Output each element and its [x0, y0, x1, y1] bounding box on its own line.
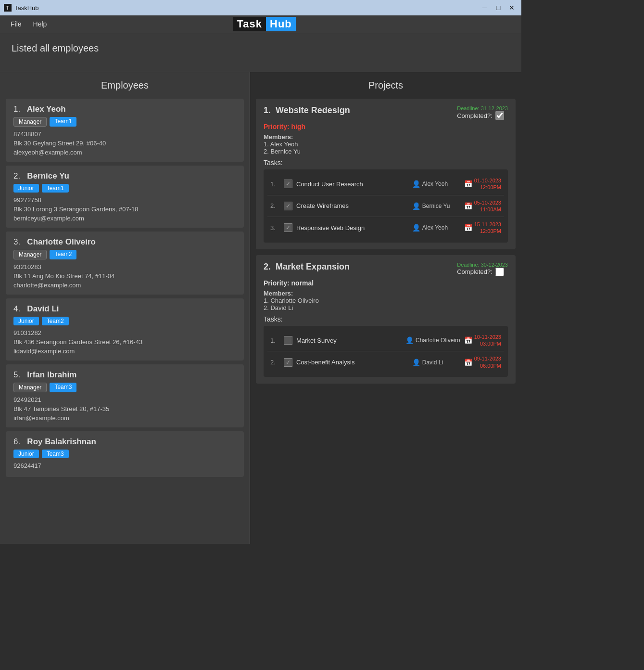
employee-num: 4. — [13, 304, 20, 313]
employee-card: 3. Charlotte Oliveiro ManagerTeam2 93210… — [6, 232, 244, 295]
employee-badges: JuniorTeam2 — [13, 317, 236, 325]
project-title: 1. Website Redesign — [264, 105, 350, 116]
close-button[interactable]: ✕ — [506, 3, 518, 12]
minimize-button[interactable]: ─ — [479, 3, 491, 12]
task-assignee: 👤 Alex Yeoh — [412, 224, 460, 232]
badge-team3: Team3 — [50, 383, 76, 392]
maximize-button[interactable]: □ — [492, 3, 504, 12]
app-logo: Task Hub — [233, 17, 296, 31]
task-num: 2. — [270, 359, 280, 366]
employee-address: Blk 30 Geylang Street 29, #06-40 — [13, 140, 236, 147]
project-header: 1. Website Redesign Deadline: 31-12-2023… — [264, 105, 508, 120]
project-priority: Priority: high — [264, 123, 508, 130]
project-member: 2. David Li — [264, 304, 508, 311]
task-date: 01-10-202312:00PM — [474, 177, 501, 191]
employee-badges: JuniorTeam1 — [13, 184, 236, 193]
task-date: 15-11-202312:00PM — [474, 221, 501, 235]
project-title: 2. Market Expansion — [264, 262, 350, 272]
task-date-block: 📅 01-10-202312:00PM — [464, 177, 501, 191]
header-banner: Listed all employees — [0, 33, 521, 72]
projects-title: Projects — [250, 72, 521, 99]
person-icon: 👤 — [412, 180, 420, 188]
task-num: 3. — [270, 224, 280, 232]
employee-name: 3. Charlotte Oliveiro — [13, 237, 236, 247]
task-row: 2. ✓ Create Wireframes 👤 Bernice Yu 📅 05… — [267, 195, 504, 218]
project-member: 1. Charlotte Oliveiro — [264, 297, 508, 304]
badge-manager: Manager — [13, 250, 47, 259]
employee-card: 4. David Li JuniorTeam2 91031282 Blk 436… — [6, 298, 244, 361]
project-member: 2. Bernice Yu — [264, 148, 508, 155]
badge-junior: Junior — [13, 184, 39, 193]
task-name: Cost-benefit Analysis — [296, 359, 408, 366]
menu-bar: File Help Task Hub — [0, 15, 521, 33]
calendar-icon: 📅 — [464, 224, 472, 232]
menu-file[interactable]: File — [6, 18, 26, 30]
employee-name: 1. Alex Yeoh — [13, 104, 236, 114]
window-controls: ─ □ ✕ — [479, 3, 518, 12]
project-num: 2. — [264, 262, 271, 271]
completed-checkbox[interactable] — [495, 111, 504, 120]
person-icon: 👤 — [412, 359, 420, 366]
calendar-icon: 📅 — [464, 202, 472, 210]
task-date-block: 📅 10-11-202303:00PM — [464, 334, 501, 348]
task-date-block: 📅 15-11-202312:00PM — [464, 221, 501, 235]
tasks-label: Tasks: — [264, 315, 508, 323]
task-checkbox[interactable]: ✓ — [284, 202, 292, 210]
employee-num: 2. — [13, 171, 20, 180]
task-name: Market Survey — [296, 337, 402, 344]
completed-checkbox[interactable] — [495, 268, 504, 276]
logo-task: Task — [233, 17, 266, 31]
task-num: 1. — [270, 180, 280, 188]
employee-name: 5. Irfan Ibrahim — [13, 370, 236, 380]
checkmark: ✓ — [286, 180, 290, 187]
tasks-label: Tasks: — [264, 159, 508, 167]
employee-email: berniceyu@example.com — [13, 215, 236, 222]
members-section: Members: 1. Alex Yeoh2. Bernice Yu — [264, 133, 508, 155]
deadline-text: Deadline: 30-12-2023 — [457, 262, 508, 268]
employee-name: 2. Bernice Yu — [13, 171, 236, 181]
task-checkbox[interactable]: ✓ — [284, 223, 292, 232]
badge-manager: Manager — [13, 117, 47, 127]
task-assignee: 👤 Bernice Yu — [412, 202, 460, 210]
task-row: 3. ✓ Responsive Web Design 👤 Alex Yeoh 📅… — [267, 217, 504, 239]
person-icon: 👤 — [405, 336, 414, 344]
task-row: 2. ✓ Cost-benefit Analysis 👤 David Li 📅 … — [267, 351, 504, 373]
badge-team2: Team2 — [50, 250, 76, 259]
task-checkbox[interactable] — [284, 336, 292, 345]
person-icon: 👤 — [412, 202, 420, 210]
main-content: Employees 1. Alex Yeoh ManagerTeam1 8743… — [0, 72, 521, 544]
person-icon: 👤 — [412, 224, 420, 232]
task-num: 1. — [270, 337, 280, 344]
project-card: 2. Market Expansion Deadline: 30-12-2023… — [256, 255, 516, 384]
project-header: 2. Market Expansion Deadline: 30-12-2023… — [264, 262, 508, 276]
menu-help[interactable]: Help — [28, 18, 52, 30]
employee-phone: 92492021 — [13, 396, 236, 403]
employee-num: 6. — [13, 437, 20, 446]
employee-card: 1. Alex Yeoh ManagerTeam1 87438807 Blk 3… — [6, 99, 244, 162]
project-member: 1. Alex Yeoh — [264, 141, 508, 148]
employee-phone: 99272758 — [13, 196, 236, 204]
title-bar: T TaskHub ─ □ ✕ — [0, 0, 521, 15]
task-assignee: 👤 Charlotte Oliveiro — [405, 336, 460, 344]
project-meta: Deadline: 31-12-2023 Completed?: — [457, 105, 508, 120]
task-checkbox[interactable]: ✓ — [284, 358, 292, 367]
tasks-container: 1. Market Survey 👤 Charlotte Oliveiro 📅 … — [264, 326, 508, 377]
task-checkbox[interactable]: ✓ — [284, 180, 292, 188]
employee-badges: JuniorTeam3 — [13, 450, 236, 458]
task-date-block: 📅 05-10-202311:00AM — [464, 199, 501, 213]
task-date: 10-11-202303:00PM — [474, 334, 501, 348]
completed-row: Completed?: — [457, 268, 508, 276]
checkmark: ✓ — [286, 203, 290, 209]
task-name: Responsive Web Design — [296, 224, 408, 232]
task-assignee: 👤 Alex Yeoh — [412, 180, 460, 188]
employee-address: Blk 11 Ang Mo Kio Street 74, #11-04 — [13, 272, 236, 280]
employee-badges: ManagerTeam3 — [13, 383, 236, 392]
task-date-block: 📅 09-11-202306:00PM — [464, 355, 501, 369]
employee-email: alexyeoh@example.com — [13, 149, 236, 156]
badge-team1: Team1 — [50, 117, 76, 127]
app-icon: T — [4, 4, 12, 12]
task-row: 1. ✓ Conduct User Research 👤 Alex Yeoh 📅… — [267, 173, 504, 195]
employee-address: Blk 47 Tampines Street 20, #17-35 — [13, 405, 236, 412]
employee-phone: 92624417 — [13, 462, 236, 469]
employee-name: 4. David Li — [13, 304, 236, 314]
